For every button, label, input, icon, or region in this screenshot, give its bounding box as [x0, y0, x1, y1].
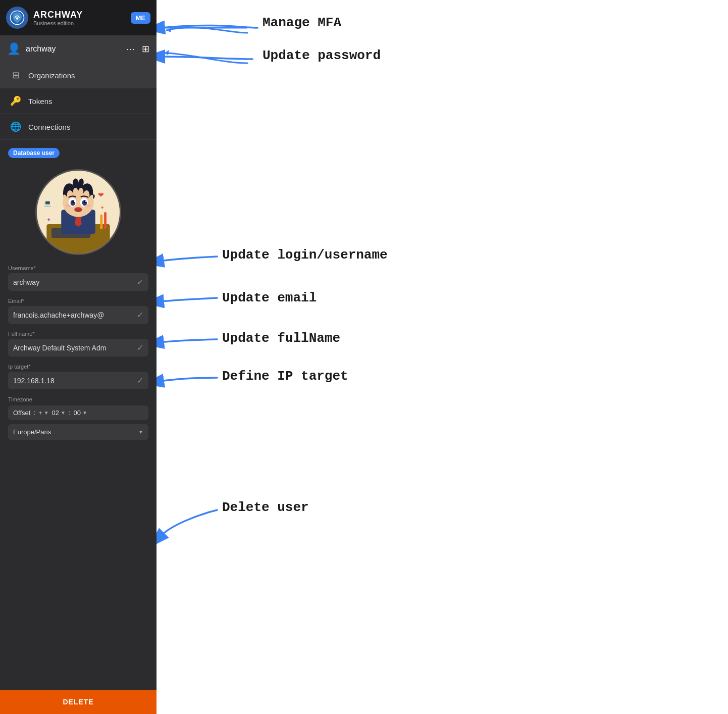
annotations-layer: Manage MFA Update password Update login/…	[157, 0, 728, 714]
svg-text:💻: 💻	[44, 199, 51, 207]
annotation-delete-user: Delete user	[222, 500, 309, 515]
tz-plus-arrow: ▼	[44, 410, 49, 416]
annotation-update-password: Update password	[263, 48, 381, 63]
username-check-icon[interactable]: ✓	[137, 277, 143, 287]
username-field-group: Username* archway ✓	[8, 265, 148, 291]
email-label: Email*	[8, 298, 148, 304]
svg-rect-22	[100, 215, 102, 229]
app-logo	[6, 7, 28, 29]
svg-text:✦: ✦	[100, 205, 105, 211]
more-options-icon[interactable]: ⋯	[126, 43, 135, 55]
svg-text:❤: ❤	[98, 191, 104, 199]
annotation-define-ip: Define IP target	[222, 369, 348, 384]
avatar: ❤ 💻 ✦ ✦	[35, 169, 121, 255]
svg-point-16	[66, 205, 72, 208]
delete-button[interactable]: DELETE	[0, 690, 157, 714]
tz-colon1: :	[33, 409, 35, 417]
fullname-input-row[interactable]: Archway Default System Adm ✓	[8, 339, 148, 356]
annotation-update-email: Update email	[222, 290, 317, 305]
timezone-label: Timezone	[8, 396, 148, 402]
svg-point-17	[85, 205, 91, 208]
tokens-icon: 🔑	[10, 95, 21, 107]
email-value: francois.achache+archway@	[13, 311, 134, 319]
brand-text: ARCHWAY Business edition	[33, 10, 126, 26]
tz-region-arrow: ▼	[138, 429, 143, 435]
fullname-value: Archway Default System Adm	[13, 344, 134, 352]
connections-icon: 🌐	[10, 121, 21, 132]
sidebar-item-connections[interactable]: 🌐 Connections	[0, 114, 157, 140]
email-input-row[interactable]: francois.achache+archway@ ✓	[8, 306, 148, 324]
tz-hours-arrow: ▼	[61, 410, 66, 416]
svg-marker-27	[164, 50, 169, 55]
ip-check-icon[interactable]: ✓	[137, 376, 143, 385]
timezone-field-group: Timezone Offset : + ▼ 02 ▼ : 00 ▼	[8, 396, 148, 440]
organizations-label: Organizations	[28, 71, 75, 80]
ip-label: Ip target*	[8, 364, 148, 370]
avatar-container: ❤ 💻 ✦ ✦	[8, 169, 148, 255]
user-avatar-icon: 👤	[7, 42, 21, 56]
annotation-manage-mfa: Manage MFA	[263, 15, 341, 30]
sidebar: ARCHWAY Business edition ME 👤 archway ⋯ …	[0, 0, 157, 714]
username-value: archway	[13, 278, 134, 286]
svg-marker-26	[167, 27, 172, 32]
connections-label: Connections	[28, 123, 70, 131]
user-row: 👤 archway ⋯ ⊞	[0, 35, 157, 63]
organizations-icon: ⊞	[10, 70, 21, 81]
fullname-label: Full name*	[8, 331, 148, 337]
sidebar-item-tokens[interactable]: 🔑 Tokens	[0, 88, 157, 114]
ip-input-row[interactable]: 192.168.1.18 ✓	[8, 372, 148, 389]
username-input-row[interactable]: archway ✓	[8, 273, 148, 291]
header-bar: ARCHWAY Business edition ME	[0, 0, 157, 35]
tokens-label: Tokens	[28, 97, 53, 106]
svg-text:✦: ✦	[46, 217, 51, 223]
timezone-region-row[interactable]: Europe/Paris ▼	[8, 424, 148, 440]
sidebar-item-organizations[interactable]: ⊞ Organizations	[0, 63, 157, 88]
db-user-badge: Database user	[8, 148, 60, 158]
qr-code-icon[interactable]: ⊞	[142, 43, 149, 55]
brand-name: ARCHWAY	[33, 10, 126, 20]
tz-minutes-arrow: ▼	[82, 410, 87, 416]
svg-rect-23	[104, 212, 107, 229]
username-label: Username*	[8, 265, 148, 271]
annotation-update-username: Update login/username	[222, 247, 388, 263]
email-check-icon[interactable]: ✓	[137, 310, 143, 320]
profile-section: Database user	[0, 140, 157, 690]
email-field-group: Email* francois.achache+archway@ ✓	[8, 298, 148, 324]
fullname-check-icon[interactable]: ✓	[137, 343, 143, 352]
user-name-label: archway	[26, 44, 121, 54]
me-badge[interactable]: ME	[131, 12, 151, 24]
ip-value: 192.168.1.18	[13, 377, 134, 385]
user-actions: ⋯ ⊞	[126, 43, 149, 55]
brand-edition: Business edition	[33, 20, 126, 26]
main-content: Manage MFA Update password Update login/…	[157, 0, 728, 714]
annotation-update-fullname: Update fullName	[222, 331, 340, 346]
svg-point-14	[85, 200, 87, 202]
tz-plus-dropdown[interactable]: + ▼	[38, 409, 49, 417]
tz-hours-dropdown[interactable]: 02 ▼	[52, 409, 66, 417]
svg-point-13	[74, 200, 75, 202]
avatar-image: ❤ 💻 ✦ ✦	[37, 171, 120, 253]
tz-region-value: Europe/Paris	[13, 428, 51, 436]
svg-point-1	[16, 17, 19, 20]
fullname-field-group: Full name* Archway Default System Adm ✓	[8, 331, 148, 356]
tz-colon2: :	[69, 409, 71, 417]
ip-field-group: Ip target* 192.168.1.18 ✓	[8, 364, 148, 389]
timezone-offset-row[interactable]: Offset : + ▼ 02 ▼ : 00 ▼	[8, 405, 148, 420]
tz-minutes-dropdown[interactable]: 00 ▼	[74, 409, 87, 417]
tz-offset-label: Offset	[13, 409, 30, 417]
